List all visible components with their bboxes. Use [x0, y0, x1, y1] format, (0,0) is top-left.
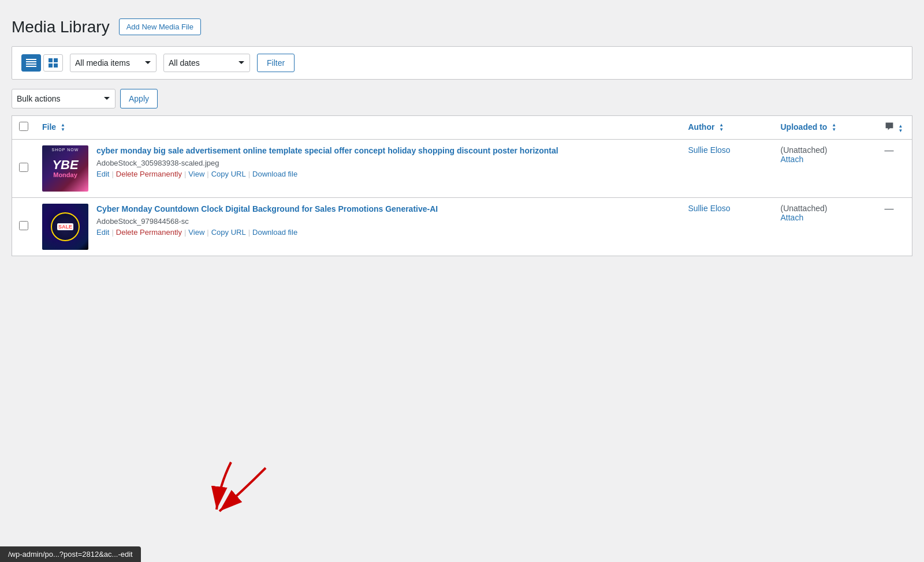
file-cell: SALE Cyber Monday Countdown Clock Digita… — [35, 197, 681, 256]
separator: | — [111, 170, 113, 178]
uploaded-sort-icon — [832, 123, 836, 132]
svg-rect-1 — [26, 61, 36, 62]
view-link[interactable]: View — [188, 170, 204, 178]
list-view-button[interactable] — [21, 54, 41, 72]
col-header-check — [12, 115, 36, 139]
table-row: SALE Cyber Monday Countdown Clock Digita… — [12, 197, 912, 256]
edit-link[interactable]: Edit — [96, 228, 109, 237]
svg-rect-5 — [54, 58, 58, 62]
row-2-checkbox[interactable] — [19, 221, 28, 230]
file-cell: SHOP NOW YBE Monday cyber monday big sal… — [35, 139, 681, 197]
svg-rect-7 — [54, 63, 58, 68]
upload-status: (Unattached) — [781, 145, 828, 155]
copy-url-link[interactable]: Copy URL — [211, 170, 246, 178]
comment-cell: — — [878, 139, 912, 197]
separator: | — [184, 228, 186, 237]
separator: | — [207, 170, 208, 178]
author-link[interactable]: Sullie Eloso — [688, 204, 731, 213]
view-toggle — [21, 54, 63, 72]
view-link[interactable]: View — [188, 228, 204, 237]
media-table: File Author Uploaded to — [12, 115, 912, 256]
author-cell: Sullie Eloso — [681, 197, 774, 256]
file-thumbnail: SHOP NOW YBE Monday — [42, 145, 88, 192]
add-new-button[interactable]: Add New Media File — [119, 18, 201, 35]
comment-sort-icon — [898, 124, 903, 133]
uploaded-cell: (Unattached)Attach — [774, 197, 878, 256]
grid-view-button[interactable] — [43, 54, 63, 72]
separator: | — [184, 170, 186, 178]
separator: | — [248, 228, 250, 237]
page-header: Media Library Add New Media File — [12, 12, 912, 37]
file-sort-icon — [61, 123, 65, 132]
attach-link[interactable]: Attach — [781, 213, 871, 222]
svg-rect-0 — [26, 59, 36, 60]
col-header-file[interactable]: File — [35, 115, 681, 139]
col-header-author[interactable]: Author — [681, 115, 774, 139]
svg-rect-3 — [26, 66, 36, 67]
uploaded-cell: (Unattached)Attach — [774, 139, 878, 197]
svg-rect-4 — [49, 58, 53, 62]
author-link[interactable]: Sullie Eloso — [688, 145, 731, 155]
edit-link[interactable]: Edit — [96, 170, 109, 178]
upload-status: (Unattached) — [781, 204, 828, 213]
file-title[interactable]: Cyber Monday Countdown Clock Digital Bac… — [96, 204, 438, 215]
file-name: AdobeStock_305983938-scaled.jpeg — [96, 159, 558, 167]
bulk-actions-select[interactable]: Bulk actions Delete Permanently — [12, 89, 116, 108]
author-sort-icon — [719, 123, 724, 132]
page-title: Media Library — [12, 17, 110, 37]
date-filter[interactable]: All dates 2024 (January) 2023 (December) — [163, 54, 250, 72]
apply-button[interactable]: Apply — [120, 89, 158, 108]
select-all-checkbox[interactable] — [19, 122, 28, 131]
svg-rect-2 — [26, 63, 36, 65]
comment-icon — [885, 122, 894, 131]
filter-button[interactable]: Filter — [257, 54, 295, 72]
file-title[interactable]: cyber monday big sale advertisement onli… — [96, 145, 558, 157]
delete-permanently-link[interactable]: Delete Permanently — [116, 170, 182, 178]
copy-url-link[interactable]: Copy URL — [211, 228, 246, 237]
col-header-comment — [878, 115, 912, 139]
col-header-uploaded[interactable]: Uploaded to — [774, 115, 878, 139]
separator: | — [111, 228, 113, 237]
separator: | — [207, 228, 208, 237]
table-header-row: File Author Uploaded to — [12, 115, 912, 139]
separator: | — [248, 170, 250, 178]
attach-link[interactable]: Attach — [781, 155, 871, 164]
delete-permanently-link[interactable]: Delete Permanently — [116, 228, 182, 237]
row-checkbox-cell — [12, 197, 36, 256]
comment-cell: — — [878, 197, 912, 256]
download-link[interactable]: Download file — [252, 228, 297, 237]
download-link[interactable]: Download file — [252, 170, 297, 178]
bulk-actions-bar: Bulk actions Delete Permanently Apply — [12, 89, 912, 108]
file-thumbnail: SALE — [42, 204, 88, 250]
media-type-filter[interactable]: All media items Images Audio Video Docum… — [70, 54, 157, 72]
file-name: AdobeStock_979844568-sc — [96, 217, 438, 226]
author-cell: Sullie Eloso — [681, 139, 774, 197]
table-row: SHOP NOW YBE Monday cyber monday big sal… — [12, 139, 912, 197]
row-1-checkbox[interactable] — [19, 163, 28, 172]
toolbar-bar: All media items Images Audio Video Docum… — [12, 46, 912, 80]
svg-rect-6 — [49, 63, 53, 68]
row-checkbox-cell — [12, 139, 36, 197]
